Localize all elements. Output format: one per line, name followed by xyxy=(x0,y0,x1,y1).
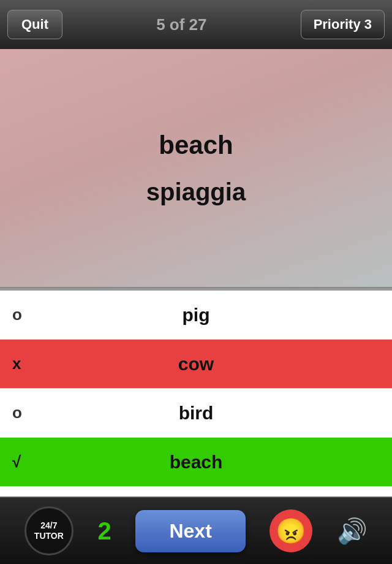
answer-text-3: beach xyxy=(37,452,380,473)
answer-marker-1: x xyxy=(12,354,37,373)
counter-text: 5 of 27 xyxy=(156,15,206,34)
tutor-line2: TUTOR xyxy=(34,531,64,541)
bottom-bar: 24/7 TUTOR 2 Next 😠 🔊 xyxy=(0,497,392,564)
answer-row-0[interactable]: opig xyxy=(0,291,392,340)
answer-row-1[interactable]: xcow xyxy=(0,340,392,389)
answer-row-4[interactable]: omountain xyxy=(0,487,392,497)
priority-button[interactable]: Priority 3 xyxy=(301,10,385,39)
next-button[interactable]: Next xyxy=(135,510,245,552)
speaker-button[interactable]: 🔊 xyxy=(337,517,368,546)
answer-marker-0: o xyxy=(12,305,37,324)
answer-marker-3: √ xyxy=(12,452,37,471)
tutor-line1: 24/7 xyxy=(40,520,57,531)
sad-face-button[interactable]: 😠 xyxy=(270,509,312,552)
answers-list: opigxcowobird√beachomountain xyxy=(0,291,392,497)
score-count: 2 xyxy=(98,517,111,545)
flashcard-area: beach spiaggia xyxy=(0,49,392,288)
speaker-triangle: 🔊 xyxy=(337,517,368,546)
quit-button[interactable]: Quit xyxy=(7,10,62,39)
answer-text-0: pig xyxy=(37,305,380,326)
answer-text-2: bird xyxy=(37,403,380,424)
word-english: beach xyxy=(159,131,233,160)
answer-row-3[interactable]: √beach xyxy=(0,438,392,487)
top-bar: Quit 5 of 27 Priority 3 xyxy=(0,0,392,49)
word-translation: spiaggia xyxy=(146,178,246,206)
answer-row-2[interactable]: obird xyxy=(0,389,392,438)
answer-text-1: cow xyxy=(37,354,380,375)
tutor-logo[interactable]: 24/7 TUTOR xyxy=(24,506,74,555)
answer-marker-2: o xyxy=(12,403,37,422)
sad-emoji: 😠 xyxy=(276,517,306,546)
